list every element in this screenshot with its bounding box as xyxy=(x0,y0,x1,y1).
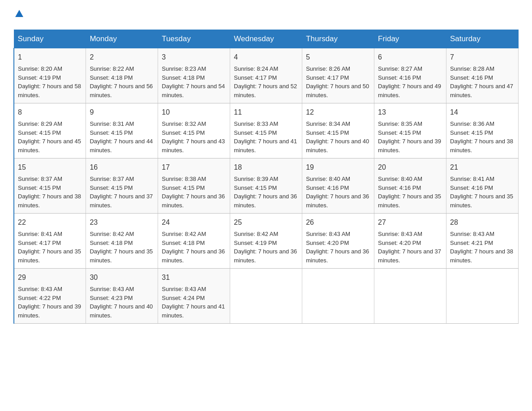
day-number: 25 xyxy=(234,217,298,228)
day-number: 17 xyxy=(162,162,226,173)
calendar-cell: 22Sunrise: 8:41 AMSunset: 4:17 PMDayligh… xyxy=(14,214,86,269)
day-number: 9 xyxy=(90,107,154,118)
day-info: Sunrise: 8:43 AMSunset: 4:20 PMDaylight:… xyxy=(378,230,442,265)
calendar-cell: 6Sunrise: 8:27 AMSunset: 4:16 PMDaylight… xyxy=(374,48,446,103)
day-info: Sunrise: 8:27 AMSunset: 4:16 PMDaylight:… xyxy=(378,64,442,99)
day-number: 1 xyxy=(18,52,82,63)
day-info: Sunrise: 8:40 AMSunset: 4:16 PMDaylight:… xyxy=(378,175,442,210)
day-number: 30 xyxy=(90,272,154,283)
calendar-table: SundayMondayTuesdayWednesdayThursdayFrid… xyxy=(13,30,519,324)
day-number: 2 xyxy=(90,52,154,63)
day-number: 15 xyxy=(18,162,82,173)
calendar-cell: 31Sunrise: 8:43 AMSunset: 4:24 PMDayligh… xyxy=(158,269,230,324)
day-number: 12 xyxy=(306,107,370,118)
day-info: Sunrise: 8:38 AMSunset: 4:15 PMDaylight:… xyxy=(162,175,226,210)
calendar-cell: 21Sunrise: 8:41 AMSunset: 4:16 PMDayligh… xyxy=(446,158,519,214)
day-info: Sunrise: 8:33 AMSunset: 4:15 PMDaylight:… xyxy=(234,120,298,154)
day-number: 7 xyxy=(450,52,515,63)
calendar-cell: 29Sunrise: 8:43 AMSunset: 4:22 PMDayligh… xyxy=(14,269,86,324)
calendar-cell: 27Sunrise: 8:43 AMSunset: 4:20 PMDayligh… xyxy=(374,214,446,269)
calendar-cell: 12Sunrise: 8:34 AMSunset: 4:15 PMDayligh… xyxy=(302,103,374,158)
calendar-header-monday: Monday xyxy=(86,30,158,48)
day-info: Sunrise: 8:39 AMSunset: 4:15 PMDaylight:… xyxy=(234,175,298,210)
calendar-cell: 28Sunrise: 8:43 AMSunset: 4:21 PMDayligh… xyxy=(446,214,519,269)
calendar-header-saturday: Saturday xyxy=(446,30,519,48)
calendar-cell: 8Sunrise: 8:29 AMSunset: 4:15 PMDaylight… xyxy=(14,103,86,158)
day-number: 29 xyxy=(18,272,82,283)
day-info: Sunrise: 8:20 AMSunset: 4:19 PMDaylight:… xyxy=(18,64,82,99)
calendar-week-row: 29Sunrise: 8:43 AMSunset: 4:22 PMDayligh… xyxy=(14,269,519,324)
day-number: 22 xyxy=(18,217,82,228)
day-number: 10 xyxy=(162,107,226,118)
calendar-cell: 24Sunrise: 8:42 AMSunset: 4:18 PMDayligh… xyxy=(158,214,230,269)
day-info: Sunrise: 8:34 AMSunset: 4:15 PMDaylight:… xyxy=(306,120,370,154)
calendar-cell: 18Sunrise: 8:39 AMSunset: 4:15 PMDayligh… xyxy=(230,158,302,214)
day-info: Sunrise: 8:43 AMSunset: 4:21 PMDaylight:… xyxy=(450,230,515,265)
calendar-cell: 17Sunrise: 8:38 AMSunset: 4:15 PMDayligh… xyxy=(158,158,230,214)
day-info: Sunrise: 8:37 AMSunset: 4:15 PMDaylight:… xyxy=(18,175,82,210)
day-number: 3 xyxy=(162,52,226,63)
day-number: 14 xyxy=(450,107,515,118)
page-header xyxy=(13,9,519,21)
calendar-header-sunday: Sunday xyxy=(14,30,86,48)
day-number: 26 xyxy=(306,217,370,228)
calendar-cell: 25Sunrise: 8:42 AMSunset: 4:19 PMDayligh… xyxy=(230,214,302,269)
day-info: Sunrise: 8:41 AMSunset: 4:16 PMDaylight:… xyxy=(450,175,515,210)
day-info: Sunrise: 8:35 AMSunset: 4:15 PMDaylight:… xyxy=(378,120,442,154)
day-info: Sunrise: 8:26 AMSunset: 4:17 PMDaylight:… xyxy=(306,64,370,99)
svg-marker-0 xyxy=(15,10,23,17)
day-info: Sunrise: 8:43 AMSunset: 4:22 PMDaylight:… xyxy=(18,285,82,320)
day-info: Sunrise: 8:28 AMSunset: 4:16 PMDaylight:… xyxy=(450,64,515,99)
calendar-cell xyxy=(302,269,374,324)
day-info: Sunrise: 8:40 AMSunset: 4:16 PMDaylight:… xyxy=(306,175,370,210)
day-info: Sunrise: 8:43 AMSunset: 4:20 PMDaylight:… xyxy=(306,230,370,265)
calendar-week-row: 22Sunrise: 8:41 AMSunset: 4:17 PMDayligh… xyxy=(14,214,519,269)
day-number: 18 xyxy=(234,162,298,173)
day-number: 31 xyxy=(162,272,226,283)
calendar-cell: 23Sunrise: 8:42 AMSunset: 4:18 PMDayligh… xyxy=(86,214,158,269)
day-info: Sunrise: 8:43 AMSunset: 4:24 PMDaylight:… xyxy=(162,285,226,320)
calendar-cell: 7Sunrise: 8:28 AMSunset: 4:16 PMDaylight… xyxy=(446,48,519,103)
day-info: Sunrise: 8:23 AMSunset: 4:18 PMDaylight:… xyxy=(162,64,226,99)
day-number: 21 xyxy=(450,162,515,173)
calendar-cell: 19Sunrise: 8:40 AMSunset: 4:16 PMDayligh… xyxy=(302,158,374,214)
calendar-cell: 2Sunrise: 8:22 AMSunset: 4:18 PMDaylight… xyxy=(86,48,158,103)
calendar-cell: 16Sunrise: 8:37 AMSunset: 4:15 PMDayligh… xyxy=(86,158,158,214)
calendar-header-tuesday: Tuesday xyxy=(158,30,230,48)
day-info: Sunrise: 8:42 AMSunset: 4:18 PMDaylight:… xyxy=(162,230,226,265)
day-number: 19 xyxy=(306,162,370,173)
day-number: 13 xyxy=(378,107,442,118)
calendar-cell: 1Sunrise: 8:20 AMSunset: 4:19 PMDaylight… xyxy=(14,48,86,103)
calendar-cell xyxy=(374,269,446,324)
calendar-header-wednesday: Wednesday xyxy=(230,30,302,48)
logo-triangle-icon xyxy=(14,9,24,19)
calendar-cell: 5Sunrise: 8:26 AMSunset: 4:17 PMDaylight… xyxy=(302,48,374,103)
logo xyxy=(13,9,24,21)
day-info: Sunrise: 8:41 AMSunset: 4:17 PMDaylight:… xyxy=(18,230,82,265)
day-info: Sunrise: 8:32 AMSunset: 4:15 PMDaylight:… xyxy=(162,120,226,154)
day-number: 6 xyxy=(378,52,442,63)
day-info: Sunrise: 8:36 AMSunset: 4:15 PMDaylight:… xyxy=(450,120,515,154)
day-number: 27 xyxy=(378,217,442,228)
day-info: Sunrise: 8:24 AMSunset: 4:17 PMDaylight:… xyxy=(234,64,298,99)
calendar-header-row: SundayMondayTuesdayWednesdayThursdayFrid… xyxy=(14,30,519,48)
day-number: 20 xyxy=(378,162,442,173)
calendar-cell: 26Sunrise: 8:43 AMSunset: 4:20 PMDayligh… xyxy=(302,214,374,269)
day-number: 24 xyxy=(162,217,226,228)
calendar-cell: 3Sunrise: 8:23 AMSunset: 4:18 PMDaylight… xyxy=(158,48,230,103)
calendar-cell: 14Sunrise: 8:36 AMSunset: 4:15 PMDayligh… xyxy=(446,103,519,158)
day-info: Sunrise: 8:22 AMSunset: 4:18 PMDaylight:… xyxy=(90,64,154,99)
calendar-week-row: 15Sunrise: 8:37 AMSunset: 4:15 PMDayligh… xyxy=(14,158,519,214)
calendar-cell: 30Sunrise: 8:43 AMSunset: 4:23 PMDayligh… xyxy=(86,269,158,324)
calendar-cell: 20Sunrise: 8:40 AMSunset: 4:16 PMDayligh… xyxy=(374,158,446,214)
day-info: Sunrise: 8:43 AMSunset: 4:23 PMDaylight:… xyxy=(90,285,154,320)
calendar-cell: 11Sunrise: 8:33 AMSunset: 4:15 PMDayligh… xyxy=(230,103,302,158)
calendar-week-row: 8Sunrise: 8:29 AMSunset: 4:15 PMDaylight… xyxy=(14,103,519,158)
day-number: 23 xyxy=(90,217,154,228)
day-number: 28 xyxy=(450,217,515,228)
calendar-cell xyxy=(230,269,302,324)
calendar-cell: 13Sunrise: 8:35 AMSunset: 4:15 PMDayligh… xyxy=(374,103,446,158)
calendar-cell: 10Sunrise: 8:32 AMSunset: 4:15 PMDayligh… xyxy=(158,103,230,158)
calendar-cell: 15Sunrise: 8:37 AMSunset: 4:15 PMDayligh… xyxy=(14,158,86,214)
day-info: Sunrise: 8:42 AMSunset: 4:18 PMDaylight:… xyxy=(90,230,154,265)
